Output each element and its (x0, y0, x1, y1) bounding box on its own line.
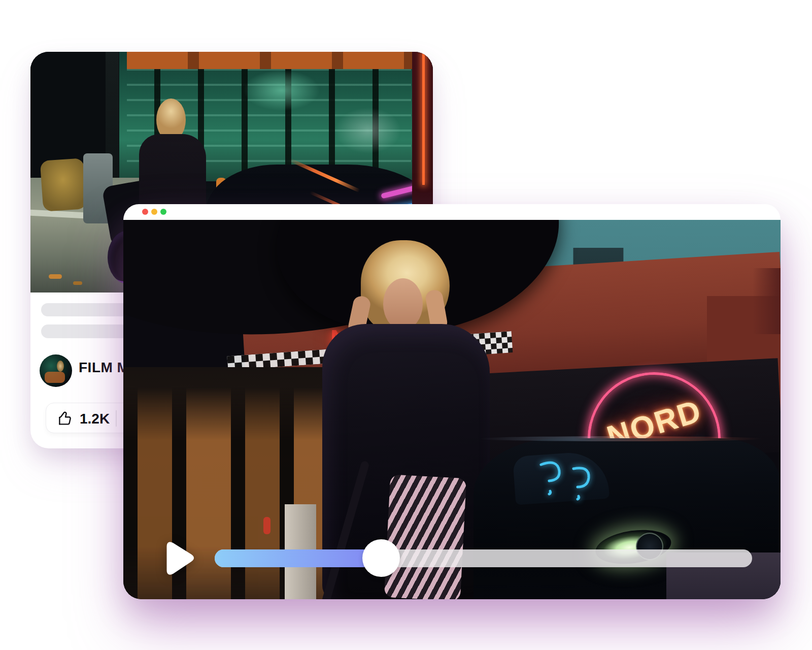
thumb-neon-line-vertical (422, 52, 425, 185)
scene-car-roof-highlight (479, 436, 763, 441)
progress-fill (215, 549, 381, 567)
thumb-white-glow (335, 108, 401, 153)
thumb-teal-glow (244, 70, 320, 111)
window-titlebar (123, 204, 781, 220)
page: FILM MA 1.2K (0, 0, 812, 650)
scene-fire-extinguisher (263, 517, 270, 534)
thumb-ground-glint (49, 274, 62, 279)
scene-red-glow-right (753, 268, 781, 334)
play-icon[interactable] (163, 540, 194, 578)
avatar-warm-light (45, 372, 65, 383)
like-count: 1.2K (80, 411, 110, 427)
scene-woman-zebra-dress (384, 474, 466, 599)
title-skeleton-line-2 (41, 324, 128, 338)
progress-track[interactable] (215, 549, 752, 567)
progress-handle[interactable] (362, 539, 400, 577)
close-dot[interactable] (142, 209, 148, 215)
scene-blue-neon-reflection (527, 458, 603, 504)
title-skeleton-line-1 (41, 303, 128, 316)
thumb-store-orange-band (127, 52, 416, 69)
thumbs-up-icon[interactable] (56, 410, 74, 427)
minimize-dot[interactable] (151, 209, 157, 215)
maximize-dot[interactable] (160, 209, 166, 215)
thumb-ground-glint-2 (73, 281, 82, 285)
scene-woman-face (383, 278, 423, 330)
video-frame[interactable]: NORD point NORD (123, 220, 781, 599)
avatar-figure (57, 361, 64, 372)
avatar[interactable] (40, 354, 72, 387)
video-player-window: NORD point NORD (123, 204, 781, 599)
thumb-yellow-car (40, 158, 87, 212)
like-group-divider (116, 410, 117, 427)
